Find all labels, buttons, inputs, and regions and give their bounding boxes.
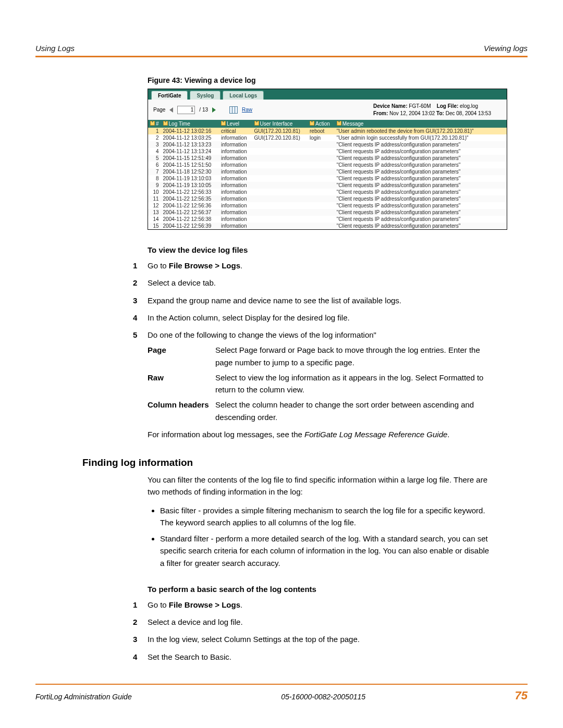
cell-time: 2004-11-19 13:10:05 bbox=[161, 182, 219, 189]
def-desc-raw: Select to view the log information as it… bbox=[215, 372, 492, 396]
filter-icon[interactable] bbox=[254, 121, 259, 126]
section-intro: You can filter the contents of the log f… bbox=[148, 474, 492, 498]
cell-num: 4 bbox=[148, 148, 161, 155]
page-footer: FortiLog Administration Guide 05-16000-0… bbox=[35, 684, 528, 702]
cell-message: "User admin login successfully from GUI(… bbox=[335, 134, 507, 141]
cell-message: "User admin rebooted the device from GUI… bbox=[335, 128, 507, 134]
table-row[interactable]: 52004-11-15 12:51:49information"Client r… bbox=[148, 155, 507, 162]
cell-num: 2 bbox=[148, 134, 161, 141]
tab-local-logs[interactable]: Local Logs bbox=[223, 91, 264, 100]
cell-message: "Client requests IP address/configuratio… bbox=[335, 141, 507, 148]
cell-ui bbox=[252, 209, 308, 216]
filter-icon[interactable] bbox=[310, 121, 314, 126]
tab-fortigate[interactable]: FortiGate bbox=[151, 91, 188, 100]
section-heading: Finding log information bbox=[82, 457, 528, 468]
cell-num: 3 bbox=[148, 141, 161, 148]
step2-2: Select a device and log file. bbox=[148, 616, 492, 628]
cell-ui bbox=[252, 155, 308, 162]
cell-message: "Client requests IP address/configuratio… bbox=[335, 148, 507, 155]
def-desc-page: Select Page forward or Page back to move… bbox=[215, 344, 492, 368]
bullet-standard: Standard filter - perform a more detaile… bbox=[160, 533, 492, 569]
log-meta: Device Name: FGT-60M Log File: elog.log … bbox=[373, 103, 501, 117]
col-message[interactable]: Message bbox=[335, 120, 507, 128]
table-row[interactable]: 12004-11-12 13:02:16criticalGUI(172.20.1… bbox=[148, 128, 507, 134]
table-row[interactable]: 152004-11-22 12:56:39information"Client … bbox=[148, 223, 507, 229]
tab-syslog[interactable]: Syslog bbox=[190, 91, 221, 100]
table-row[interactable]: 92004-11-19 13:10:05information"Client r… bbox=[148, 182, 507, 189]
cell-action bbox=[308, 223, 335, 229]
table-row[interactable]: 22004-11-12 13:03:25informationGUI(172.2… bbox=[148, 134, 507, 141]
filter-icon[interactable] bbox=[163, 121, 168, 126]
cell-time: 2004-11-18 12:52:30 bbox=[161, 168, 219, 175]
col-action[interactable]: Action bbox=[308, 120, 335, 128]
cell-ui bbox=[252, 202, 308, 209]
cell-level: critical bbox=[219, 128, 252, 134]
device-name-value: FGT-60M bbox=[409, 103, 431, 109]
cell-action bbox=[308, 141, 335, 148]
step2-1: Go to File Browse > Logs. bbox=[148, 599, 492, 611]
table-row[interactable]: 32004-11-12 13:13:23information"Client r… bbox=[148, 141, 507, 148]
table-row[interactable]: 72004-11-18 12:52:30information"Client r… bbox=[148, 168, 507, 175]
step-3: Expand the group name and device name to… bbox=[148, 294, 492, 306]
filter-icon[interactable] bbox=[337, 121, 341, 126]
cell-level: information bbox=[219, 162, 252, 168]
cell-action bbox=[308, 155, 335, 162]
cell-action bbox=[308, 162, 335, 168]
cell-time: 2004-11-22 12:56:33 bbox=[161, 189, 219, 195]
procedure-steps-2: Go to File Browse > Logs. Select a devic… bbox=[148, 599, 492, 663]
col-level[interactable]: Level bbox=[219, 120, 252, 128]
cell-action bbox=[308, 182, 335, 189]
cell-time: 2004-11-12 13:02:16 bbox=[161, 128, 219, 134]
cell-ui bbox=[252, 168, 308, 175]
cell-action bbox=[308, 202, 335, 209]
bullet-basic: Basic filter - provides a simple filteri… bbox=[160, 504, 492, 529]
cell-ui bbox=[252, 175, 308, 182]
cell-level: information bbox=[219, 175, 252, 182]
cell-action bbox=[308, 175, 335, 182]
figure-caption: Figure 43: Viewing a device log bbox=[148, 76, 528, 84]
cell-time: 2004-11-22 12:56:38 bbox=[161, 216, 219, 223]
cell-level: information bbox=[219, 195, 252, 202]
table-row[interactable]: 142004-11-22 12:56:38information"Client … bbox=[148, 216, 507, 223]
page-forward-icon[interactable] bbox=[212, 107, 216, 113]
cell-num: 8 bbox=[148, 175, 161, 182]
table-row[interactable]: 122004-11-22 12:56:36information"Client … bbox=[148, 202, 507, 209]
table-row[interactable]: 132004-11-22 12:56:37information"Client … bbox=[148, 209, 507, 216]
page-number-input[interactable] bbox=[177, 106, 195, 114]
def-desc-columns: Select the column header to change the s… bbox=[215, 399, 492, 423]
to-value: Dec 08, 2004 13:53 bbox=[446, 110, 491, 116]
col-number[interactable]: # bbox=[148, 120, 161, 128]
column-settings-icon[interactable] bbox=[229, 106, 238, 114]
filter-icon[interactable] bbox=[221, 121, 226, 126]
col-log-time[interactable]: Log Time bbox=[161, 120, 219, 128]
cell-ui bbox=[252, 182, 308, 189]
footer-page-number: 75 bbox=[515, 689, 528, 702]
cell-num: 1 bbox=[148, 128, 161, 134]
filter-icon[interactable] bbox=[150, 121, 155, 126]
header-left: Using Logs bbox=[35, 44, 75, 53]
cell-message: "Client requests IP address/configuratio… bbox=[335, 195, 507, 202]
table-row[interactable]: 82004-11-19 13:10:03information"Client r… bbox=[148, 175, 507, 182]
cell-ui bbox=[252, 189, 308, 195]
cell-level: information bbox=[219, 141, 252, 148]
cell-time: 2004-11-22 12:56:39 bbox=[161, 223, 219, 229]
option-definitions: PageSelect Page forward or Page back to … bbox=[148, 344, 492, 423]
cell-ui bbox=[252, 141, 308, 148]
cell-level: information bbox=[219, 189, 252, 195]
page-total: / 13 bbox=[199, 107, 208, 113]
table-row[interactable]: 102004-11-22 12:56:33information"Client … bbox=[148, 189, 507, 195]
table-row[interactable]: 112004-11-22 12:56:35information"Client … bbox=[148, 195, 507, 202]
step2-4: Set the Search to Basic. bbox=[148, 651, 492, 663]
cell-time: 2004-11-12 13:13:24 bbox=[161, 148, 219, 155]
table-row[interactable]: 62004-11-15 12:51:50information"Client r… bbox=[148, 162, 507, 168]
cell-message: "Client requests IP address/configuratio… bbox=[335, 216, 507, 223]
col-ui[interactable]: User Interface bbox=[252, 120, 308, 128]
cell-num: 6 bbox=[148, 162, 161, 168]
device-name-label: Device Name: bbox=[373, 103, 408, 109]
cell-time: 2004-11-19 13:10:03 bbox=[161, 175, 219, 182]
raw-link[interactable]: Raw bbox=[242, 107, 252, 113]
running-header: Using Logs Viewing logs bbox=[35, 44, 528, 57]
page-back-icon[interactable] bbox=[169, 107, 173, 113]
table-row[interactable]: 42004-11-12 13:13:24information"Client r… bbox=[148, 148, 507, 155]
def-term-raw: Raw bbox=[148, 372, 215, 396]
